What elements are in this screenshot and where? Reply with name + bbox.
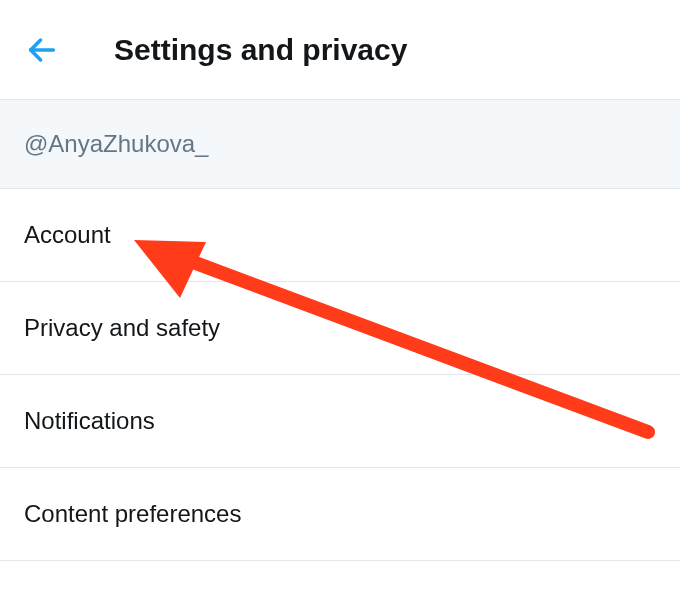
menu-item-content-preferences[interactable]: Content preferences — [0, 468, 680, 561]
menu-item-label: Account — [24, 221, 111, 248]
back-arrow-icon — [25, 33, 59, 67]
menu-item-label: Privacy and safety — [24, 314, 220, 341]
menu-item-notifications[interactable]: Notifications — [0, 375, 680, 468]
menu-item-label: Content preferences — [24, 500, 241, 527]
username-handle: @AnyaZhukova_ — [24, 130, 208, 157]
menu-item-label: Notifications — [24, 407, 155, 434]
back-button[interactable] — [20, 28, 64, 72]
page-title: Settings and privacy — [114, 33, 407, 67]
user-section: @AnyaZhukova_ — [0, 100, 680, 189]
menu-item-account[interactable]: Account — [0, 189, 680, 282]
menu-item-privacy[interactable]: Privacy and safety — [0, 282, 680, 375]
header-bar: Settings and privacy — [0, 0, 680, 100]
